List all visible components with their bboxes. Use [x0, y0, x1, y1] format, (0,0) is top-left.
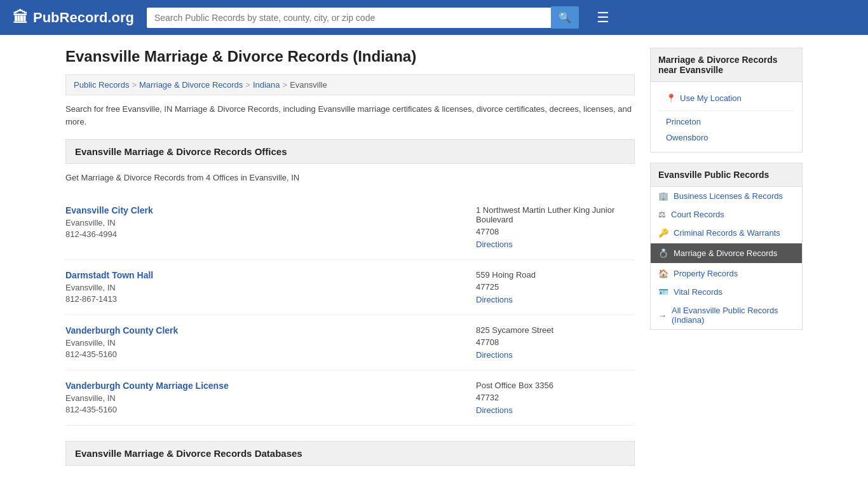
public-records-box-title: Evansville Public Records	[651, 163, 802, 187]
sidebar-item-property[interactable]: 🏠 Property Records	[651, 264, 802, 283]
nearby-princeton[interactable]: Princeton	[658, 114, 794, 130]
office-entry-4: Vanderburgh County Marriage License Evan…	[65, 370, 635, 426]
breadcrumb: Public Records > Marriage & Divorce Reco…	[65, 74, 635, 95]
search-button[interactable]: 🔍	[551, 6, 579, 29]
location-icon: 📍	[666, 93, 676, 103]
search-bar: 🔍	[147, 6, 579, 29]
office-zip-3: 47708	[476, 337, 635, 347]
site-header: 🏛 PubRecord.org 🔍 ☰	[0, 0, 868, 35]
all-public-records-link[interactable]: All Evansville Public Records (Indiana)	[672, 306, 794, 325]
office-name-4[interactable]: Vanderburgh County Marriage License	[65, 381, 463, 391]
arrow-icon: →	[658, 311, 667, 320]
office-left-1: Evansville City Clerk Evansville, IN 812…	[65, 205, 463, 249]
public-records-box: Evansville Public Records 🏢 Business Lic…	[650, 163, 803, 330]
house-icon: 🏠	[658, 269, 668, 278]
office-entry-1: Evansville City Clerk Evansville, IN 812…	[65, 195, 635, 260]
office-name-1[interactable]: Evansville City Clerk	[65, 205, 463, 215]
sidebar-item-court[interactable]: ⚖ Court Records	[651, 205, 802, 224]
office-entry-2: Darmstadt Town Hall Evansville, IN 812-8…	[65, 260, 635, 315]
use-location-label: Use My Location	[680, 93, 742, 103]
criminal-records-link[interactable]: Criminal Records & Warrants	[674, 228, 780, 238]
scales-icon: ⚖	[658, 210, 666, 219]
offices-section-heading: Evansville Marriage & Divorce Records Of…	[65, 139, 635, 164]
breadcrumb-marriage-divorce[interactable]: Marriage & Divorce Records	[139, 80, 243, 90]
office-city-2: Evansville, IN	[65, 283, 463, 292]
property-records-link[interactable]: Property Records	[674, 269, 738, 278]
office-address-2: 559 Hoing Road	[476, 270, 635, 280]
id-icon: 🪪	[658, 287, 668, 297]
offices-description: Get Marriage & Divorce Records from 4 Of…	[65, 173, 635, 182]
ring-icon: 💍	[658, 248, 668, 258]
directions-link-4[interactable]: Directions	[476, 405, 513, 415]
menu-button[interactable]: ☰	[597, 10, 609, 26]
sidebar-item-vital[interactable]: 🪪 Vital Records	[651, 283, 802, 301]
breadcrumb-sep-2: >	[245, 80, 250, 90]
vital-records-link[interactable]: Vital Records	[674, 287, 722, 297]
office-city-3: Evansville, IN	[65, 338, 463, 348]
office-left-3: Vanderburgh County Clerk Evansville, IN …	[65, 325, 463, 360]
office-zip-1: 47708	[476, 227, 635, 236]
office-right-3: 825 Sycamore Street 47708 Directions	[476, 325, 635, 360]
logo-icon: 🏛	[13, 9, 28, 27]
office-zip-2: 47725	[476, 282, 635, 292]
office-address-3: 825 Sycamore Street	[476, 325, 635, 335]
office-name-3[interactable]: Vanderburgh County Clerk	[65, 325, 463, 336]
logo-text: PubRecord.org	[33, 10, 134, 26]
office-right-2: 559 Hoing Road 47725 Directions	[476, 270, 635, 304]
breadcrumb-sep-1: >	[132, 80, 137, 90]
directions-link-2[interactable]: Directions	[476, 295, 513, 304]
business-licenses-link[interactable]: Business Licenses & Records	[674, 191, 783, 201]
office-phone-4: 812-435-5160	[65, 405, 463, 414]
sidebar-item-criminal[interactable]: 🔑 Criminal Records & Warrants	[651, 224, 802, 242]
office-phone-2: 812-867-1413	[65, 294, 463, 304]
building-icon: 🏢	[658, 191, 668, 201]
breadcrumb-public-records[interactable]: Public Records	[74, 80, 129, 90]
office-left-4: Vanderburgh County Marriage License Evan…	[65, 381, 463, 415]
office-city-1: Evansville, IN	[65, 218, 463, 227]
search-input[interactable]	[147, 8, 551, 28]
hamburger-icon: ☰	[597, 10, 609, 25]
search-icon: 🔍	[559, 12, 571, 23]
use-location-button[interactable]: 📍 Use My Location	[658, 88, 794, 108]
breadcrumb-indiana[interactable]: Indiana	[253, 80, 280, 90]
page-description: Search for free Evansville, IN Marriage …	[65, 103, 635, 128]
office-right-4: Post Office Box 3356 47732 Directions	[476, 381, 635, 415]
directions-link-1[interactable]: Directions	[476, 240, 513, 249]
office-city-4: Evansville, IN	[65, 393, 463, 403]
marriage-records-label: Marriage & Divorce Records	[674, 248, 777, 258]
nearby-box-content: 📍 Use My Location Princeton Owensboro	[651, 82, 802, 152]
sidebar-item-business[interactable]: 🏢 Business Licenses & Records	[651, 187, 802, 205]
breadcrumb-evansville: Evansville	[290, 80, 327, 90]
office-right-1: 1 Northwest Martin Luther King Junior Bo…	[476, 205, 635, 249]
sidebar-item-all-records[interactable]: → All Evansville Public Records (Indiana…	[651, 301, 802, 329]
office-address-4: Post Office Box 3356	[476, 381, 635, 390]
court-records-link[interactable]: Court Records	[671, 210, 724, 219]
sidebar: Marriage & Divorce Records near Evansvil…	[650, 48, 803, 475]
databases-section-heading: Evansville Marriage & Divorce Records Da…	[65, 441, 635, 466]
office-phone-1: 812-436-4994	[65, 229, 463, 239]
office-name-2[interactable]: Darmstadt Town Hall	[65, 270, 463, 280]
key-icon: 🔑	[658, 228, 668, 238]
office-zip-4: 47732	[476, 393, 635, 402]
office-left-2: Darmstadt Town Hall Evansville, IN 812-8…	[65, 270, 463, 304]
content-area: Evansville Marriage & Divorce Records (I…	[65, 48, 635, 475]
office-address-1: 1 Northwest Martin Luther King Junior Bo…	[476, 205, 635, 224]
nearby-owensboro[interactable]: Owensboro	[658, 130, 794, 146]
office-phone-3: 812-435-5160	[65, 349, 463, 359]
directions-link-3[interactable]: Directions	[476, 350, 513, 360]
nearby-box: Marriage & Divorce Records near Evansvil…	[650, 48, 803, 152]
nearby-divider	[658, 111, 794, 111]
page-title: Evansville Marriage & Divorce Records (I…	[65, 48, 635, 65]
sidebar-item-marriage-active[interactable]: 💍 Marriage & Divorce Records	[651, 243, 802, 263]
site-logo[interactable]: 🏛 PubRecord.org	[13, 9, 134, 27]
breadcrumb-sep-3: >	[283, 80, 288, 90]
nearby-box-title: Marriage & Divorce Records near Evansvil…	[651, 48, 802, 82]
office-entry-3: Vanderburgh County Clerk Evansville, IN …	[65, 315, 635, 370]
